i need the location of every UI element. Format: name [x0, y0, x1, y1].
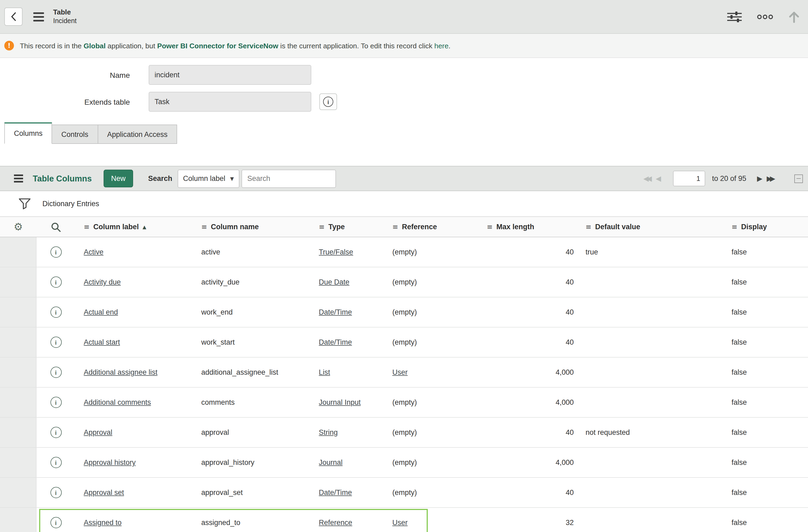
- column-label-link[interactable]: Actual start: [84, 338, 120, 346]
- reference-cell[interactable]: User: [392, 368, 408, 376]
- column-header-column-label[interactable]: ≡ Column label ▲: [75, 223, 194, 231]
- type-link[interactable]: Date/Time: [319, 308, 352, 316]
- column-label-link[interactable]: Assigned to: [84, 518, 122, 527]
- reference-cell: (empty): [392, 398, 417, 406]
- sort-ascending-icon: ▲: [143, 224, 146, 230]
- column-menu-icon: ≡: [586, 223, 591, 231]
- column-label-link[interactable]: Approval set: [84, 489, 124, 497]
- scroll-to-top-arrow-icon[interactable]: [787, 10, 801, 24]
- search-label: Search: [148, 175, 172, 183]
- previous-page-icon[interactable]: ◀: [654, 173, 663, 184]
- row-gutter: [0, 388, 36, 417]
- last-page-icon[interactable]: ▶▶: [765, 173, 777, 184]
- display-cell: false: [727, 368, 808, 376]
- column-header-default-value[interactable]: ≡ Default value: [580, 223, 727, 231]
- display-cell: false: [727, 278, 808, 286]
- form-context-menu-icon[interactable]: [31, 10, 46, 23]
- type-link[interactable]: Journal: [319, 458, 343, 466]
- row-info-icon[interactable]: i: [50, 276, 61, 288]
- type-link[interactable]: Reference: [319, 518, 352, 527]
- new-button[interactable]: New: [104, 170, 133, 187]
- extends-table-input[interactable]: [149, 92, 311, 112]
- display-cell: false: [727, 248, 808, 256]
- column-menu-icon: ≡: [84, 223, 90, 231]
- funnel-icon[interactable]: [18, 197, 32, 211]
- edit-record-here-link[interactable]: here: [435, 42, 449, 50]
- max-length-cell: 40: [467, 248, 580, 256]
- page-range-info: to 20 of 95: [712, 175, 746, 183]
- type-link[interactable]: Date/Time: [319, 489, 352, 497]
- name-input[interactable]: [149, 65, 311, 85]
- first-page-icon[interactable]: ◀◀: [641, 173, 654, 184]
- type-link[interactable]: List: [319, 368, 330, 376]
- type-link[interactable]: String: [319, 428, 338, 437]
- page-number-input[interactable]: [673, 171, 705, 186]
- tab-controls[interactable]: Controls: [52, 125, 98, 144]
- column-label-link[interactable]: Activity due: [84, 278, 121, 286]
- row-info-icon[interactable]: i: [50, 487, 61, 498]
- gear-icon[interactable]: ⚙: [14, 222, 23, 232]
- filter-breadcrumb-label: Dictionary Entries: [42, 200, 99, 208]
- more-options-icon[interactable]: [755, 13, 774, 21]
- column-header-max-length[interactable]: ≡ Max length: [467, 223, 580, 231]
- column-label-link[interactable]: Active: [84, 248, 104, 256]
- column-label-link[interactable]: Additional assignee list: [84, 368, 158, 376]
- reference-cell: (empty): [392, 278, 417, 286]
- table-row: i Assigned to assigned_to Reference User…: [0, 508, 808, 532]
- max-length-cell: 40: [467, 428, 580, 437]
- collapse-list-icon[interactable]: [794, 175, 803, 183]
- display-cell: false: [727, 489, 808, 497]
- record-header-bar: Table Incident: [0, 0, 808, 34]
- column-header-type[interactable]: ≡ Type: [313, 223, 387, 231]
- column-header-display[interactable]: ≡ Display: [727, 223, 808, 231]
- row-info-icon[interactable]: i: [50, 397, 61, 408]
- type-link[interactable]: True/False: [319, 248, 353, 256]
- table-row: i Approval approval String (empty) 40 no…: [0, 418, 808, 448]
- record-type-title: Table: [53, 8, 77, 17]
- list-context-menu-icon[interactable]: [11, 171, 26, 186]
- search-field-selected-value: Column label: [183, 175, 225, 183]
- table-row: i Actual start work_start Date/Time (emp…: [0, 328, 808, 357]
- row-info-icon[interactable]: i: [50, 336, 61, 348]
- banner-text: This record is in the Global application…: [20, 42, 451, 50]
- row-info-icon[interactable]: i: [50, 367, 61, 378]
- column-menu-icon: ≡: [201, 223, 207, 231]
- reference-cell[interactable]: User: [392, 518, 408, 527]
- row-gutter: [0, 328, 36, 357]
- column-header-column-name[interactable]: ≡ Column name: [194, 223, 313, 231]
- table-row: i Approval history approval_history Jour…: [0, 448, 808, 478]
- banner-text-part: application, but: [106, 42, 157, 50]
- next-page-icon[interactable]: ▶: [755, 173, 765, 184]
- column-label-link[interactable]: Approval history: [84, 458, 136, 466]
- max-length-cell: 4,000: [467, 368, 580, 376]
- type-link[interactable]: Date/Time: [319, 338, 352, 346]
- tab-columns[interactable]: Columns: [4, 123, 52, 144]
- list-search-input[interactable]: [241, 169, 336, 188]
- table-row: i Active active True/False (empty) 40 tr…: [0, 237, 808, 267]
- search-field-select[interactable]: Column label ▼: [178, 169, 239, 188]
- type-link[interactable]: Journal Input: [319, 398, 361, 406]
- chevron-down-icon: ▼: [230, 176, 234, 181]
- row-info-icon[interactable]: i: [50, 457, 61, 468]
- back-button[interactable]: [4, 7, 22, 26]
- max-length-cell: 4,000: [467, 458, 580, 466]
- tab-application-access[interactable]: Application Access: [98, 125, 177, 144]
- column-header-reference[interactable]: ≡ Reference: [387, 223, 467, 231]
- row-info-icon[interactable]: i: [50, 307, 61, 318]
- row-info-icon[interactable]: i: [50, 517, 61, 528]
- row-info-icon[interactable]: i: [50, 246, 61, 258]
- column-name-cell: approval: [194, 428, 313, 437]
- list-body: i Active active True/False (empty) 40 tr…: [0, 237, 808, 532]
- row-info-icon[interactable]: i: [50, 427, 61, 438]
- display-cell: false: [727, 398, 808, 406]
- tab-bar: Columns Controls Application Access: [4, 123, 808, 144]
- column-label-link[interactable]: Additional comments: [84, 398, 151, 406]
- column-label-link[interactable]: Actual end: [84, 308, 118, 316]
- max-length-cell: 40: [467, 308, 580, 316]
- personalize-sliders-icon[interactable]: [726, 10, 742, 23]
- type-link[interactable]: Due Date: [319, 278, 349, 286]
- extends-table-field-row: Extends table i: [0, 92, 808, 112]
- column-search-icon[interactable]: [51, 221, 61, 232]
- extends-table-info-button[interactable]: i: [319, 93, 337, 110]
- column-label-link[interactable]: Approval: [84, 428, 112, 437]
